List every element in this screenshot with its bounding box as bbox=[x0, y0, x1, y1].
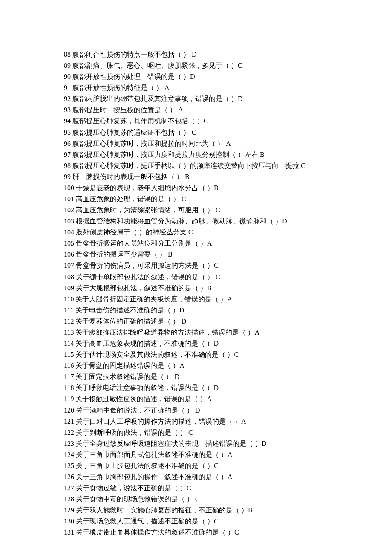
answer-letter: C bbox=[187, 484, 191, 491]
answer-letter: A bbox=[241, 418, 246, 425]
answer-letter: D bbox=[282, 217, 287, 225]
question-text: 关于判断呼吸的做法，错误的是（ ） bbox=[76, 429, 187, 436]
question-text: 关于全身过敏反应呼吸道阻塞症状的表现，描述错误的是（ ） bbox=[76, 440, 262, 447]
question-line: 130 关于现场急救人工通气，描述不正确的是（ ）C bbox=[64, 516, 328, 527]
question-number: 101 bbox=[64, 195, 74, 202]
answer-letter: C bbox=[214, 462, 219, 469]
question-text: 关于食物中毒的现场急救错误的是（ ） bbox=[76, 495, 193, 503]
question-text: 关于接触过敏性皮炎的描述，错误的是（ ） bbox=[75, 395, 207, 402]
question-line: 100 干燥是衰老的表现，老年人细胞内水分占（ ）B bbox=[64, 182, 328, 194]
question-text: 腹部提压心肺复苏时，按压和提拉的时间比为（ ） bbox=[72, 140, 224, 147]
question-line: 116 关于骨盆的固定描述错误的是（ ）A bbox=[64, 360, 328, 371]
question-line: 107 骨盆骨折的伤病员，可采用搬运的方法是（ ）C bbox=[64, 260, 328, 271]
question-text: 关于大腿骨折固定正确的夹板长度，错误的是（ ） bbox=[75, 295, 227, 303]
question-text: 腹部提压心肺复苏，其作用机制不包括（ ） bbox=[72, 117, 204, 124]
question-number: 112 bbox=[64, 318, 74, 325]
answer-letter: A bbox=[227, 295, 232, 303]
question-line: 90 腹部开放性损伤的处理，错误的是（ ）D bbox=[64, 71, 328, 82]
answer-letter: D bbox=[181, 318, 186, 325]
question-text: 关于现场急救人工通气，描述不正确的是（ ） bbox=[76, 517, 214, 525]
question-line: 117 关于固定技术叙述错误的是（ ） D bbox=[64, 371, 328, 382]
question-text: 关于腹部推压法排除呼吸道异物的方法描述，错误的是（ ） bbox=[75, 329, 254, 336]
answer-letter: D bbox=[174, 373, 179, 380]
question-line: 104 股外侧皮神经属于（ ）的神经丛分支 C bbox=[64, 227, 328, 238]
question-line: 96 腹部提压心肺复苏时，按压和提拉的时间比为（ ） A bbox=[64, 138, 328, 149]
question-number: 117 bbox=[64, 373, 74, 380]
question-text: 腹部提压心肺复苏时，按压力度和提拉力度分别控制（ ）左右 bbox=[72, 151, 258, 158]
answer-letter: B bbox=[214, 184, 219, 191]
answer-letter: A bbox=[179, 362, 184, 369]
question-text: 关于骨盆的固定描述错误的是（ ） bbox=[75, 362, 179, 369]
question-line: 124 关于三角巾面部面具式包扎法叙述不准确的是（ ）A bbox=[64, 449, 328, 460]
question-number: 97 bbox=[64, 151, 71, 158]
question-text: 股外侧皮神经属于（ ）的神经丛分支 bbox=[76, 228, 187, 236]
question-number: 130 bbox=[64, 517, 74, 525]
question-number: 92 bbox=[64, 95, 71, 102]
answer-letter: C bbox=[216, 273, 220, 280]
question-line: 106 骨盆骨折的搬运至少需要（ ） B bbox=[64, 249, 328, 260]
question-number: 88 bbox=[64, 51, 71, 58]
question-line: 118 关于呼救电话注意事项的叙述，错误的是（ ）D bbox=[64, 382, 328, 393]
answer-letter: D bbox=[195, 407, 200, 414]
question-line: 108 关于绷带单眼部包扎法的叙述，错误的是（ ） C bbox=[64, 272, 328, 283]
answer-letter: C bbox=[192, 129, 196, 136]
question-text: 关于橡皮带止血具体操作方法的叙述不准确的是（ ） bbox=[76, 529, 234, 536]
question-number: 103 bbox=[64, 217, 74, 225]
answer-letter: C bbox=[195, 495, 200, 503]
question-number: 104 bbox=[64, 228, 74, 236]
question-line: 131 关于橡皮带止血具体操作方法的叙述不准确的是（ ）C bbox=[64, 527, 328, 538]
question-text: 肝、脾损伤时的表现一般不包括（ ） bbox=[72, 173, 183, 180]
question-line: 129 关于双人施救时，实施心肺复苏的指征，不正确的是（ ）B bbox=[64, 505, 328, 516]
question-text: 干燥是衰老的表现，老年人细胞内水分占（ ） bbox=[76, 184, 214, 191]
question-line: 128 关于食物中毒的现场急救错误的是（ ） C bbox=[64, 494, 328, 505]
answer-letter: A bbox=[178, 106, 183, 113]
answer-letter: C bbox=[216, 206, 220, 214]
question-line: 89 腹部剧痛、胀气、恶心、呕吐、腹肌紧张，多见于（ ）C bbox=[64, 60, 328, 71]
question-text: 关于呼救电话注意事项的叙述，错误的是（ ） bbox=[75, 384, 213, 391]
question-line: 105 骨盆骨折搬运的人员站位和分工分别是（ ）A bbox=[64, 238, 328, 249]
question-number: 105 bbox=[64, 240, 74, 247]
question-line: 110 关于大腿骨折固定正确的夹板长度，错误的是（ ）A bbox=[64, 294, 328, 305]
question-text: 腹部内脏脱出的绷带包扎及其注意事项，错误的是（ ） bbox=[72, 95, 238, 102]
question-text: 关于三角巾胸部包扎的操作，叙述不准确的是（ ） bbox=[76, 473, 228, 480]
answer-letter: C bbox=[214, 517, 219, 525]
question-line: 115 关于估计现场安全及其做法的叙述，不准确的是（ ）C bbox=[64, 349, 328, 360]
question-number: 111 bbox=[64, 306, 74, 314]
question-number: 121 bbox=[64, 418, 74, 425]
question-text: 关于估计现场安全及其做法的叙述，不准确的是（ ） bbox=[75, 351, 234, 358]
question-number: 107 bbox=[64, 262, 74, 269]
question-number: 120 bbox=[64, 407, 74, 414]
question-number: 116 bbox=[64, 362, 74, 369]
question-number: 115 bbox=[64, 351, 74, 358]
question-number: 126 bbox=[64, 473, 74, 480]
question-number: 114 bbox=[64, 340, 74, 347]
answer-letter: B bbox=[185, 173, 190, 180]
question-line: 109 关于大腿根部包扎法，叙述不准确的是（ ）B bbox=[64, 283, 328, 294]
question-number: 127 bbox=[64, 484, 74, 491]
question-text: 腹部开放性损伤的处理，错误的是（ ） bbox=[72, 73, 190, 80]
question-text: 关于电击伤的描述不准确的是（ ） bbox=[75, 306, 179, 314]
answer-letter: D bbox=[238, 95, 243, 102]
question-text: 骨盆骨折的伤病员，可采用搬运的方法是（ ） bbox=[76, 262, 214, 269]
question-line: 103 根据血管结构和功能将血管分为动脉、静脉、微动脉、微静脉和（ ）D bbox=[64, 216, 328, 227]
question-line: 127 关于食物过敏，说法不正确的是（ ）C bbox=[64, 483, 328, 494]
question-number: 131 bbox=[64, 529, 74, 536]
question-number: 94 bbox=[64, 117, 71, 124]
document-page: 88 腹部闭合性损伤的特点一般不包括（ ） D89 腹部剧痛、胀气、恶心、呕吐、… bbox=[0, 0, 392, 555]
question-number: 98 bbox=[64, 162, 71, 169]
question-text: 关于绷带单眼部包扎法的叙述，错误的是（ ） bbox=[76, 273, 214, 280]
question-text: 骨盆骨折的搬运至少需要（ ） bbox=[76, 251, 166, 258]
question-text: 关于复苏体位的正确的描述是（ ） bbox=[75, 318, 179, 325]
answer-letter: D bbox=[213, 384, 219, 391]
answer-letter: D bbox=[213, 340, 219, 347]
question-line: 120 关于酒精中毒的说法，不正确的是（ ） D bbox=[64, 405, 328, 416]
question-number: 99 bbox=[64, 173, 71, 180]
answer-letter: C bbox=[214, 262, 219, 269]
question-number: 124 bbox=[64, 451, 74, 458]
question-line: 123 关于全身过敏反应呼吸道阻塞症状的表现，描述错误的是（ ）D bbox=[64, 438, 328, 449]
answer-letter: B bbox=[248, 506, 253, 514]
answer-letter: A bbox=[254, 329, 259, 336]
answer-letter: C bbox=[188, 228, 193, 236]
question-number: 100 bbox=[64, 184, 74, 191]
answer-letter: B bbox=[207, 284, 212, 292]
